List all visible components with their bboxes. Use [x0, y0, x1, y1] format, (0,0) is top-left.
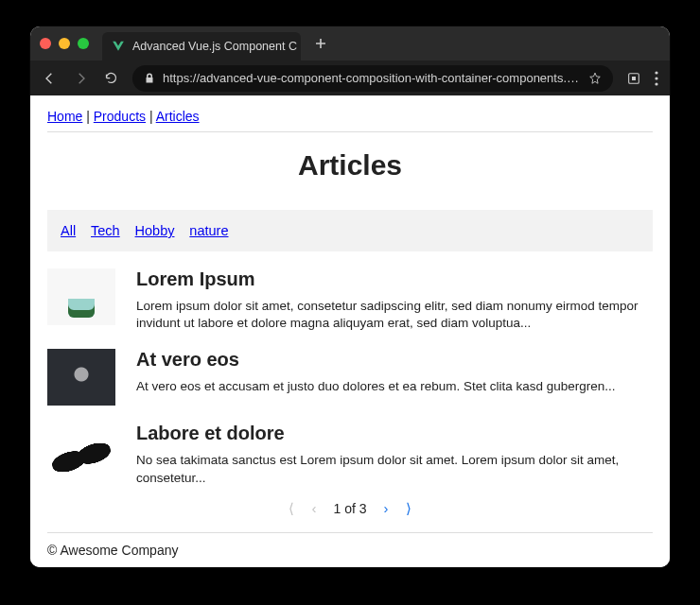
breadcrumb: Home | Products | Articles	[47, 109, 653, 124]
filter-all[interactable]: All	[61, 223, 76, 238]
page-content: Home | Products | Articles Articles All …	[30, 95, 670, 567]
browser-window: Advanced Vue.js Component C × https://ad…	[30, 26, 670, 567]
svg-point-4	[655, 82, 657, 85]
reload-button[interactable]	[102, 70, 119, 87]
article-thumbnail[interactable]	[47, 349, 115, 406]
breadcrumb-home[interactable]: Home	[47, 109, 82, 124]
list-item: At vero eos At vero eos et accusam et ju…	[47, 349, 653, 406]
lock-icon	[144, 73, 155, 84]
page-title: Articles	[47, 149, 653, 182]
page-last-button[interactable]: ⟩	[406, 500, 411, 517]
list-item: Lorem Ipsum Lorem ipsum dolor sit amet, …	[47, 268, 653, 332]
divider	[47, 532, 653, 533]
window-controls	[40, 38, 102, 49]
reload-icon	[104, 71, 118, 85]
page-indicator: 1 of 3	[333, 501, 366, 516]
article-list: Lorem Ipsum Lorem ipsum dolor sit amet, …	[47, 268, 653, 487]
page-first-button[interactable]: ⟨	[289, 500, 294, 517]
svg-rect-1	[632, 77, 636, 80]
extensions-icon[interactable]	[626, 71, 641, 86]
article-thumbnail[interactable]	[47, 268, 115, 325]
article-body: Lorem Ipsum Lorem ipsum dolor sit amet, …	[136, 268, 653, 332]
breadcrumb-products[interactable]: Products	[94, 109, 146, 124]
tab-title: Advanced Vue.js Component C	[132, 40, 297, 53]
address-bar[interactable]: https://advanced-vue-component-compositi…	[132, 65, 613, 92]
new-tab-button[interactable]	[308, 31, 333, 56]
arrow-left-icon	[43, 71, 58, 86]
forward-button[interactable]	[72, 70, 89, 87]
article-excerpt: Lorem ipsum dolor sit amet, consetetur s…	[136, 298, 653, 332]
kebab-menu-icon[interactable]	[655, 71, 658, 86]
article-thumbnail[interactable]	[47, 423, 115, 479]
list-item: Labore et dolore No sea takimata sanctus…	[47, 423, 653, 486]
toolbar-actions	[626, 71, 658, 86]
article-excerpt: No sea takimata sanctus est Lorem ipsum …	[136, 452, 653, 486]
close-window-button[interactable]	[40, 38, 51, 49]
minimize-window-button[interactable]	[59, 38, 70, 49]
star-icon[interactable]	[588, 72, 602, 85]
browser-toolbar: https://advanced-vue-component-compositi…	[30, 60, 670, 95]
page-next-button[interactable]: ›	[384, 500, 389, 516]
filter-tech[interactable]: Tech	[91, 223, 120, 238]
article-title[interactable]: Lorem Ipsum	[136, 268, 653, 290]
article-excerpt: At vero eos et accusam et justo duo dolo…	[136, 378, 616, 395]
footer-text: © Awesome Company	[47, 543, 653, 558]
tab-strip: Advanced Vue.js Component C ×	[30, 26, 670, 60]
filter-bar: All Tech Hobby nature	[47, 210, 653, 251]
article-title[interactable]: At vero eos	[136, 349, 616, 371]
vue-icon	[112, 40, 125, 53]
plus-icon	[315, 38, 326, 49]
article-body: At vero eos At vero eos et accusam et ju…	[136, 349, 616, 395]
pagination: ⟨ ‹ 1 of 3 › ⟩	[47, 500, 653, 517]
filter-hobby[interactable]: Hobby	[135, 223, 175, 238]
filter-nature[interactable]: nature	[189, 223, 228, 238]
divider	[47, 131, 653, 132]
article-body: Labore et dolore No sea takimata sanctus…	[136, 423, 653, 486]
breadcrumb-separator: |	[149, 109, 156, 124]
arrow-right-icon	[73, 71, 88, 86]
svg-point-2	[655, 71, 657, 74]
back-button[interactable]	[42, 70, 59, 87]
fullscreen-window-button[interactable]	[78, 38, 89, 49]
breadcrumb-separator: |	[86, 109, 94, 124]
page-prev-button[interactable]: ‹	[311, 500, 316, 516]
breadcrumb-articles[interactable]: Articles	[156, 109, 200, 124]
svg-point-3	[655, 77, 657, 79]
article-title[interactable]: Labore et dolore	[136, 423, 653, 444]
browser-tab[interactable]: Advanced Vue.js Component C ×	[102, 32, 301, 60]
url-text: https://advanced-vue-component-compositi…	[163, 71, 581, 85]
